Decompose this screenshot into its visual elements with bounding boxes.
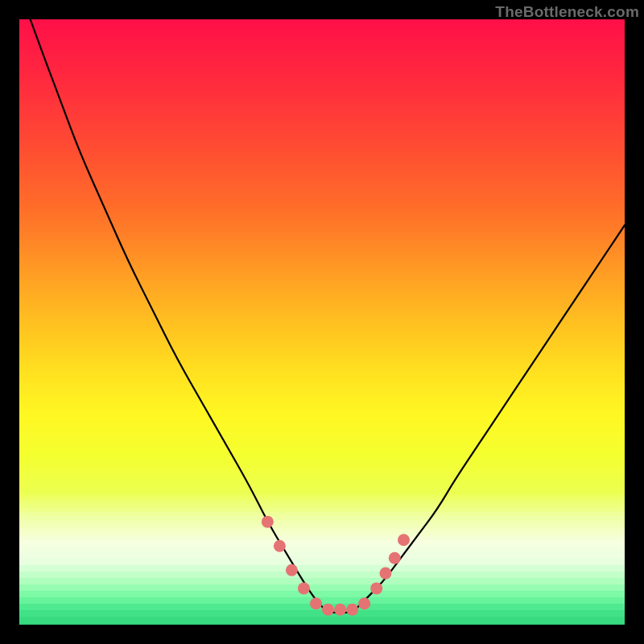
curve-marker	[370, 582, 382, 594]
curve-marker	[262, 516, 274, 528]
curve-marker	[334, 604, 346, 616]
bottleneck-curve	[19, 19, 625, 613]
curve-marker	[286, 564, 298, 576]
curve-marker	[298, 582, 310, 594]
curve-marker	[389, 552, 401, 564]
curve-marker	[310, 597, 322, 609]
curve-marker	[398, 534, 410, 546]
curve-marker	[358, 597, 370, 609]
chart-frame: TheBottleneck.com	[0, 0, 644, 644]
watermark: TheBottleneck.com	[495, 3, 639, 21]
plot-area	[19, 19, 625, 625]
curve-marker	[346, 604, 358, 616]
curve-marker	[274, 540, 286, 552]
curve-marker	[322, 604, 334, 616]
marker-group	[262, 516, 410, 616]
curve-marker	[379, 568, 391, 580]
curve-layer	[19, 19, 625, 625]
